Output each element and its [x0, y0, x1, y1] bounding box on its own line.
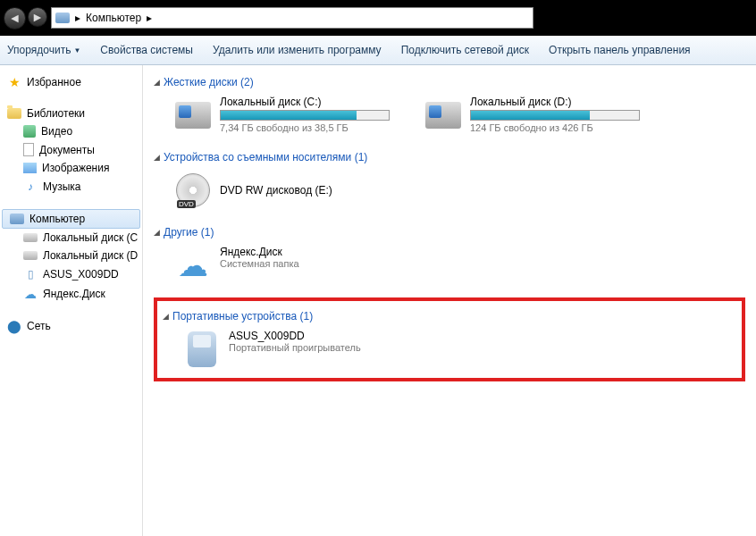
- hdd-icon: [175, 102, 211, 129]
- section-header-other[interactable]: ◢Другие (1): [154, 222, 745, 242]
- sidebar-favorites[interactable]: ★Избранное: [0, 72, 142, 92]
- breadcrumb-location[interactable]: Компьютер: [86, 12, 141, 24]
- device-icon: ▯: [23, 267, 38, 281]
- collapse-icon: ◢: [154, 78, 160, 87]
- music-icon: ♪: [23, 180, 38, 194]
- main-area: ★Избранное Библиотеки Видео Документы Из…: [0, 65, 756, 536]
- breadcrumb-sep-icon: ▸: [145, 12, 154, 24]
- section-removable: ◢Устройства со съемными носителями (1) D…: [154, 147, 745, 214]
- portable-player-icon: [188, 331, 216, 367]
- star-icon: ★: [7, 75, 21, 89]
- map-network-drive-button[interactable]: Подключить сетевой диск: [401, 44, 529, 56]
- sidebar-item-pictures[interactable]: Изображения: [0, 159, 142, 177]
- drive-space-info: 7,34 ГБ свободно из 38,5 ГБ: [220, 122, 399, 133]
- image-icon: [23, 163, 37, 173]
- document-icon: [23, 143, 34, 156]
- sidebar-item-documents[interactable]: Документы: [0, 140, 142, 159]
- space-bar: [220, 110, 390, 121]
- hdd-icon: [425, 102, 461, 129]
- sidebar-item-music[interactable]: ♪Музыка: [0, 177, 142, 197]
- drive-space-info: 124 ГБ свободно из 426 ГБ: [470, 122, 649, 133]
- toolbar: Упорядочить▼ Свойства системы Удалить ил…: [0, 36, 756, 65]
- collapse-icon: ◢: [154, 153, 160, 162]
- content-pane: ◢Жесткие диски (2) Локальный диск (C:) 7…: [143, 65, 756, 536]
- video-icon: [23, 125, 36, 138]
- computer-icon: [55, 13, 70, 23]
- cloud-icon: ☁: [23, 287, 38, 301]
- highlighted-section: ◢Портативные устройства (1) ASUS_X009DD …: [154, 297, 745, 381]
- section-portable: ◢Портативные устройства (1) ASUS_X009DD …: [163, 306, 736, 373]
- device-name: ASUS_X009DD: [229, 330, 407, 342]
- device-subtype: Портативный проигрыватель: [229, 342, 407, 353]
- computer-icon: [10, 214, 24, 224]
- open-control-panel-button[interactable]: Открыть панель управления: [549, 44, 691, 56]
- address-bar[interactable]: ▸ Компьютер ▸: [51, 7, 533, 29]
- organize-menu[interactable]: Упорядочить▼: [7, 44, 80, 56]
- sidebar-item-asus[interactable]: ▯ASUS_X009DD: [0, 264, 142, 284]
- section-other: ◢Другие (1) ☁ Яндекс.Диск Системная папк…: [154, 222, 745, 289]
- back-button[interactable]: ◄: [4, 7, 26, 29]
- section-header-portable[interactable]: ◢Портативные устройства (1): [163, 306, 736, 326]
- sidebar-item-video[interactable]: Видео: [0, 122, 142, 140]
- drive-yandex[interactable]: ☁ Яндекс.Диск Системная папка: [170, 242, 402, 289]
- drive-name: Яндекс.Диск: [220, 246, 399, 258]
- sidebar-libraries[interactable]: Библиотеки: [0, 105, 142, 122]
- drive-icon: [23, 251, 38, 260]
- sidebar-item-disk-c[interactable]: Локальный диск (C: [0, 229, 142, 247]
- system-properties-button[interactable]: Свойства системы: [100, 44, 193, 56]
- drive-name: DVD RW дисковод (E:): [220, 184, 332, 197]
- device-asus[interactable]: ASUS_X009DD Портативный проигрыватель: [179, 326, 411, 373]
- section-header-hdd[interactable]: ◢Жесткие диски (2): [154, 72, 745, 92]
- navigation-sidebar: ★Избранное Библиотеки Видео Документы Из…: [0, 65, 143, 536]
- sidebar-computer[interactable]: Компьютер: [2, 209, 140, 229]
- libraries-icon: [7, 108, 21, 119]
- drive-subtype: Системная папка: [220, 258, 399, 269]
- section-header-removable[interactable]: ◢Устройства со съемными носителями (1): [154, 147, 745, 167]
- drive-dvd[interactable]: DVD RW дисковод (E:): [170, 167, 402, 214]
- section-hard-disks: ◢Жесткие диски (2) Локальный диск (C:) 7…: [154, 72, 745, 138]
- breadcrumb-sep-icon: ▸: [73, 12, 82, 24]
- drive-icon: [23, 233, 38, 242]
- uninstall-program-button[interactable]: Удалить или изменить программу: [213, 44, 382, 56]
- collapse-icon: ◢: [154, 228, 160, 237]
- sidebar-item-disk-d[interactable]: Локальный диск (D: [0, 247, 142, 264]
- network-icon: ⬤: [7, 319, 21, 333]
- forward-button[interactable]: ►: [28, 7, 47, 27]
- drive-d[interactable]: Локальный диск (D:) 124 ГБ свободно из 4…: [420, 92, 652, 138]
- sidebar-network[interactable]: ⬤Сеть: [0, 316, 142, 336]
- chevron-down-icon: ▼: [73, 46, 80, 54]
- nav-buttons: ◄ ►: [4, 7, 47, 29]
- titlebar: ◄ ► ▸ Компьютер ▸: [0, 0, 756, 36]
- collapse-icon: ◢: [163, 312, 169, 321]
- sidebar-item-yandex[interactable]: ☁Яндекс.Диск: [0, 284, 142, 304]
- drive-c[interactable]: Локальный диск (C:) 7,34 ГБ свободно из …: [170, 92, 402, 138]
- cloud-icon: ☁: [173, 246, 213, 285]
- drive-name: Локальный диск (C:): [220, 96, 399, 108]
- drive-name: Локальный диск (D:): [470, 96, 649, 108]
- space-bar: [470, 110, 640, 121]
- dvd-icon: [176, 173, 210, 207]
